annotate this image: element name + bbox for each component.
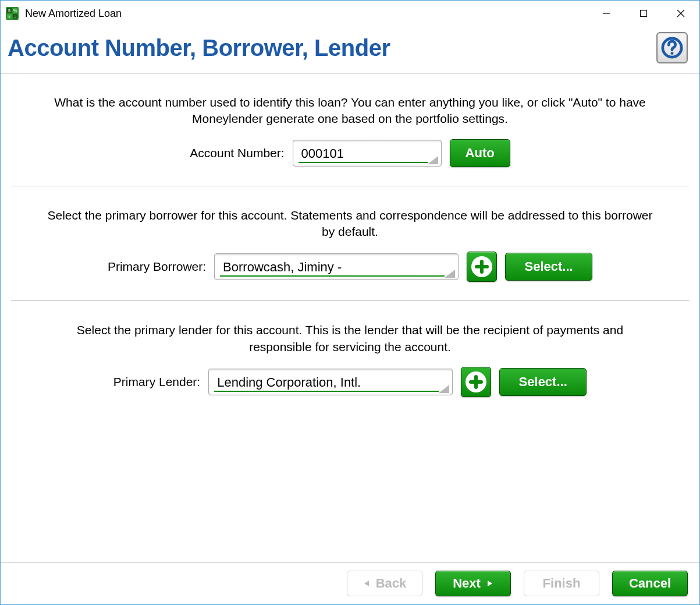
lender-row: Primary Lender: Select... xyxy=(11,367,689,397)
input-resize-icon xyxy=(445,270,455,278)
next-button[interactable]: Next xyxy=(435,571,511,596)
page-header: Account Number, Borrower, Lender xyxy=(1,26,699,73)
select-lender-button[interactable]: Select... xyxy=(499,368,587,396)
triangle-left-icon xyxy=(363,579,371,588)
account-number-label: Account Number: xyxy=(190,146,284,160)
close-button[interactable] xyxy=(662,1,699,26)
titlebar: $ % × = New Amortized Loan xyxy=(1,1,699,26)
window-title: New Amortized Loan xyxy=(25,8,122,20)
input-underline xyxy=(299,162,428,163)
account-number-input-wrapper xyxy=(293,140,442,167)
lender-section: Select the primary lender for this accou… xyxy=(11,301,689,416)
back-button[interactable]: Back xyxy=(347,571,422,596)
page-title: Account Number, Borrower, Lender xyxy=(8,35,656,61)
help-button[interactable] xyxy=(656,32,688,63)
lender-label: Primary Lender: xyxy=(113,375,200,389)
borrower-description: Select the primary borrower for this acc… xyxy=(45,207,656,240)
minimize-button[interactable] xyxy=(588,1,625,26)
cancel-label: Cancel xyxy=(629,576,671,591)
borrower-row: Primary Borrower: Select... xyxy=(11,252,689,282)
borrower-input-wrapper xyxy=(214,253,459,280)
add-borrower-button[interactable] xyxy=(467,252,497,282)
back-label: Back xyxy=(376,576,407,591)
content-area: What is the account number used to ident… xyxy=(1,73,699,562)
input-resize-icon xyxy=(439,385,449,393)
borrower-section: Select the primary borrower for this acc… xyxy=(11,186,689,301)
svg-text:%: % xyxy=(13,9,17,13)
cancel-button[interactable]: Cancel xyxy=(612,571,688,596)
help-icon xyxy=(661,36,683,59)
lender-description: Select the primary lender for this accou… xyxy=(45,322,656,355)
minimize-icon xyxy=(602,9,610,17)
plus-icon xyxy=(466,372,486,392)
auto-button[interactable]: Auto xyxy=(450,139,510,167)
svg-rect-10 xyxy=(641,10,647,17)
finish-button[interactable]: Finish xyxy=(524,571,599,596)
lender-input-wrapper xyxy=(208,369,453,395)
svg-point-14 xyxy=(671,52,674,55)
maximize-button[interactable] xyxy=(625,1,662,26)
triangle-right-icon xyxy=(485,579,493,588)
plus-icon xyxy=(471,256,492,277)
finish-label: Finish xyxy=(543,576,581,591)
next-label: Next xyxy=(453,576,481,591)
svg-text:=: = xyxy=(14,15,16,19)
maximize-icon xyxy=(639,9,648,17)
account-number-row: Account Number: Auto xyxy=(11,139,689,167)
wizard-footer: Back Next Finish Cancel xyxy=(1,562,699,604)
svg-text:$: $ xyxy=(8,9,10,13)
input-underline xyxy=(220,275,445,277)
svg-marker-19 xyxy=(364,581,369,586)
select-borrower-button[interactable]: Select... xyxy=(505,253,592,281)
window-controls xyxy=(588,1,699,26)
svg-text:×: × xyxy=(8,15,10,19)
app-icon: $ % × = xyxy=(5,6,19,20)
input-underline xyxy=(214,391,439,392)
account-number-description: What is the account number used to ident… xyxy=(45,94,656,128)
input-resize-icon xyxy=(428,156,438,164)
close-icon xyxy=(676,9,685,18)
account-number-section: What is the account number used to ident… xyxy=(11,73,689,186)
borrower-label: Primary Borrower: xyxy=(108,260,206,274)
svg-marker-20 xyxy=(488,581,492,586)
dialog-window: $ % × = New Amortized Loan Account xyxy=(0,0,700,605)
add-lender-button[interactable] xyxy=(461,367,491,397)
